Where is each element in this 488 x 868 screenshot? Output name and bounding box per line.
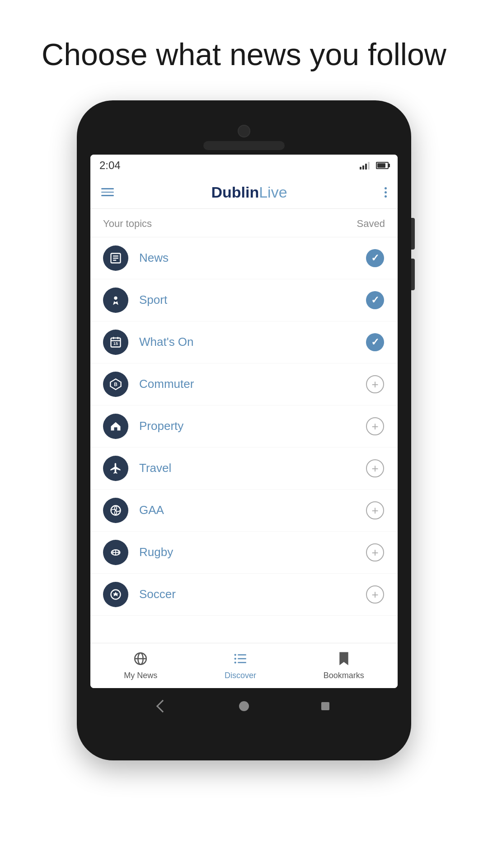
check-mark-news: ✓ xyxy=(371,252,379,264)
list-icon xyxy=(233,651,248,668)
app-logo: DublinLive xyxy=(211,184,287,201)
globe-icon xyxy=(133,651,148,668)
topic-name-sport: Sport xyxy=(139,293,365,307)
topic-action-news[interactable]: ✓ xyxy=(365,248,385,268)
topics-container: Your topics Saved Ne xyxy=(90,209,398,643)
status-time: 2:04 xyxy=(99,159,121,172)
topic-action-travel[interactable]: + xyxy=(365,458,385,478)
back-button[interactable] xyxy=(155,699,170,713)
home-button[interactable] xyxy=(237,699,251,713)
topic-action-whatson[interactable]: ✓ xyxy=(365,332,385,352)
topic-item-sport[interactable]: Sport ✓ xyxy=(90,279,398,321)
check-mark-whatson: ✓ xyxy=(371,336,379,348)
topic-action-rugby[interactable]: + xyxy=(365,542,385,562)
svg-text:15: 15 xyxy=(113,341,118,345)
check-circle-whatson: ✓ xyxy=(366,333,384,351)
topic-icon-gaa xyxy=(103,498,128,523)
plus-mark-travel: + xyxy=(371,462,378,474)
plus-circle-rugby: + xyxy=(366,543,384,561)
topic-action-soccer[interactable]: + xyxy=(365,585,385,604)
svg-point-30 xyxy=(235,661,236,663)
bottom-navigation: My News Discover xyxy=(90,643,398,688)
svg-point-6 xyxy=(114,296,117,299)
plus-circle-travel: + xyxy=(366,459,384,477)
topics-header-saved: Saved xyxy=(357,218,385,230)
topic-icon-commuter: B xyxy=(103,372,128,397)
plus-mark-commuter: + xyxy=(371,378,378,390)
topic-action-sport[interactable]: ✓ xyxy=(365,290,385,310)
status-bar: 2:04 xyxy=(90,155,398,176)
check-circle-news: ✓ xyxy=(366,249,384,267)
topics-header: Your topics Saved xyxy=(90,209,398,237)
nav-item-mynews[interactable]: My News xyxy=(124,651,157,680)
topic-name-news: News xyxy=(139,251,365,265)
plus-circle-gaa: + xyxy=(366,501,384,519)
topic-icon-whatson: 15 xyxy=(103,330,128,355)
more-options-button[interactable] xyxy=(385,187,387,198)
topic-item-property[interactable]: Property + xyxy=(90,406,398,448)
android-nav-buttons xyxy=(77,688,411,724)
nav-label-discover: Discover xyxy=(225,671,256,680)
topic-name-gaa: GAA xyxy=(139,503,365,517)
topic-item-news[interactable]: News ✓ xyxy=(90,237,398,279)
check-circle-sport: ✓ xyxy=(366,291,384,309)
topic-name-rugby: Rugby xyxy=(139,545,365,559)
plus-circle-commuter: + xyxy=(366,375,384,393)
topic-icon-sport xyxy=(103,288,128,313)
plus-mark-property: + xyxy=(371,420,378,432)
topic-item-rugby[interactable]: Rugby + xyxy=(90,532,398,574)
logo-dark-part: Dublin xyxy=(211,184,259,201)
camera xyxy=(238,125,250,137)
topic-item-gaa[interactable]: GAA + xyxy=(90,490,398,532)
svg-text:B: B xyxy=(114,381,117,387)
phone-frame: 2:04 xyxy=(77,100,411,760)
volume-down-button xyxy=(411,259,415,290)
svg-marker-21 xyxy=(113,592,118,596)
topic-name-travel: Travel xyxy=(139,461,365,475)
topic-icon-soccer xyxy=(103,582,128,607)
plus-circle-soccer: + xyxy=(366,585,384,604)
topic-name-commuter: Commuter xyxy=(139,377,365,391)
plus-mark-soccer: + xyxy=(371,589,378,600)
signal-icon xyxy=(360,161,371,170)
speaker xyxy=(203,141,285,150)
nav-item-discover[interactable]: Discover xyxy=(225,651,256,680)
topic-name-soccer: Soccer xyxy=(139,587,365,601)
topic-item-soccer[interactable]: Soccer + xyxy=(90,574,398,616)
topic-name-whatson: What's On xyxy=(139,335,365,349)
nav-label-mynews: My News xyxy=(124,671,157,680)
battery-icon xyxy=(376,162,389,169)
logo-light-part: Live xyxy=(259,184,287,201)
topic-item-whatson[interactable]: 15 What's On ✓ xyxy=(90,321,398,363)
topic-action-commuter[interactable]: + xyxy=(365,374,385,394)
hamburger-menu-button[interactable] xyxy=(101,188,114,196)
topic-item-commuter[interactable]: B Commuter + xyxy=(90,363,398,406)
recents-button[interactable] xyxy=(318,699,333,713)
check-mark-sport: ✓ xyxy=(371,294,379,306)
volume-up-button xyxy=(411,218,415,250)
topic-icon-rugby xyxy=(103,540,128,565)
page-headline: Choose what news you follow xyxy=(14,36,474,73)
topics-header-label: Your topics xyxy=(103,218,152,230)
svg-point-28 xyxy=(235,654,236,656)
topic-name-property: Property xyxy=(139,419,365,433)
topic-icon-property xyxy=(103,414,128,439)
bookmark-icon xyxy=(337,651,351,668)
topic-icon-travel xyxy=(103,456,128,481)
topic-icon-news xyxy=(103,245,128,271)
topic-item-travel[interactable]: Travel + xyxy=(90,448,398,490)
phone-top xyxy=(77,100,411,155)
content-area: Your topics Saved Ne xyxy=(90,209,398,643)
status-icons xyxy=(360,161,389,170)
plus-mark-rugby: + xyxy=(371,547,378,558)
topic-action-gaa[interactable]: + xyxy=(365,500,385,520)
svg-point-29 xyxy=(235,657,236,659)
screen: 2:04 xyxy=(90,155,398,688)
nav-label-bookmarks: Bookmarks xyxy=(324,671,364,680)
topic-action-property[interactable]: + xyxy=(365,416,385,436)
plus-mark-gaa: + xyxy=(371,505,378,516)
plus-circle-property: + xyxy=(366,417,384,435)
app-header: DublinLive xyxy=(90,176,398,209)
nav-item-bookmarks[interactable]: Bookmarks xyxy=(324,651,364,680)
